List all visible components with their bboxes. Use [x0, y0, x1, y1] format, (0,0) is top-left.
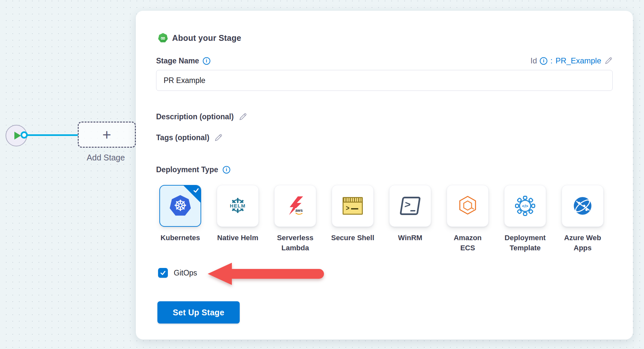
about-stage-panel: ∞ About your Stage Stage Name i Id i : P…: [136, 11, 633, 340]
deployment-option-label: Serverless Lambda: [271, 233, 320, 253]
stage-id-label: Id: [530, 56, 537, 65]
panel-title: About your Stage: [172, 33, 241, 43]
deployment-option-label: Kubernetes: [156, 233, 205, 243]
cd-module-icon: ∞: [158, 33, 168, 43]
deployment-tile-azure-web-apps[interactable]: [562, 185, 604, 227]
deployment-option-label: Native Helm: [213, 233, 262, 243]
deployment-option-label: Deployment Template: [501, 233, 550, 253]
tags-label: Tags (optional): [156, 133, 209, 142]
pencil-icon: [238, 112, 247, 121]
winrm-icon: >: [400, 197, 421, 215]
deployment-type-label: Deployment Type: [156, 165, 218, 174]
stage-name-input[interactable]: [156, 70, 613, 91]
stage-connector-line: [27, 134, 78, 136]
underscore-mark: [410, 210, 415, 212]
add-stage-button[interactable]: +: [78, 122, 136, 148]
deployment-option-label: Secure Shell: [328, 233, 377, 243]
deployment-option-label: Amazon ECS: [443, 233, 492, 253]
deployment-option-winrm: > WinRM: [381, 185, 439, 243]
terminal-titlebar: [344, 198, 362, 203]
edit-tags-button[interactable]: [214, 133, 223, 142]
pencil-icon: [214, 133, 223, 142]
azure-web-apps-icon: [572, 195, 593, 216]
gitops-checkbox[interactable]: [158, 268, 168, 278]
deployment-option-label: WinRM: [386, 233, 435, 243]
stage-name-info-icon[interactable]: i: [203, 57, 210, 65]
arrow-head: [208, 263, 232, 285]
svg-text:</>: </>: [522, 204, 528, 208]
gitops-label: GitOps: [174, 269, 197, 277]
check-icon: [193, 187, 200, 194]
secure-shell-icon: >: [343, 197, 363, 215]
deployment-tile-winrm[interactable]: >: [389, 185, 431, 227]
deployment-option-azure-web-apps: Azure Web Apps: [554, 185, 611, 253]
connector-port-dot: [21, 131, 28, 139]
cursor-dash: [351, 208, 358, 209]
stage-id-info-icon[interactable]: i: [540, 57, 547, 65]
stage-id-separator: :: [550, 56, 553, 65]
deployment-tile-serverless-lambda[interactable]: aws: [274, 185, 316, 227]
panel-header: ∞ About your Stage: [158, 33, 613, 43]
deployment-option-kubernetes: ☸ Kubernetes: [152, 185, 209, 243]
check-icon: [160, 270, 166, 276]
deployment-option-native-helm: ☸ HELM Native Helm: [209, 185, 266, 243]
play-icon: [14, 132, 21, 140]
deployment-tile-amazon-ecs[interactable]: [447, 185, 489, 227]
helm-icon: ☸ HELM: [227, 196, 248, 216]
deployment-option-secure-shell: > Secure Shell: [324, 185, 381, 243]
amazon-ecs-icon: [457, 195, 478, 216]
deployment-option-deployment-template: </> Deployment Template: [496, 185, 554, 253]
description-label: Description (optional): [156, 112, 234, 121]
deployment-option-label: Azure Web Apps: [558, 233, 607, 253]
deployment-option-serverless-lambda: aws Serverless Lambda: [266, 185, 324, 253]
edit-id-button[interactable]: [604, 57, 613, 65]
svg-text:aws: aws: [295, 208, 303, 213]
stage-name-label: Stage Name: [156, 57, 199, 65]
deployment-tile-kubernetes[interactable]: ☸: [159, 185, 201, 227]
deployment-tile-deployment-template[interactable]: </>: [504, 185, 546, 227]
edit-description-button[interactable]: [238, 112, 247, 121]
arrow-body: [229, 269, 324, 279]
deployment-type-options: ☸ Kubernetes ☸ HELM Na: [152, 185, 613, 253]
set-up-stage-button[interactable]: Set Up Stage: [157, 301, 240, 324]
serverless-lambda-icon: aws: [285, 195, 306, 216]
deployment-tile-native-helm[interactable]: ☸ HELM: [217, 185, 259, 227]
stage-id-row: Id i : PR_Example: [530, 56, 613, 65]
pencil-icon: [604, 57, 613, 65]
annotation-arrow: [208, 263, 324, 285]
stage-name-label-row: Stage Name i: [156, 57, 210, 65]
deployment-template-icon: </>: [514, 195, 536, 217]
deployment-option-amazon-ecs: Amazon ECS: [439, 185, 496, 253]
deployment-type-info-icon[interactable]: i: [223, 166, 230, 174]
add-stage-label: Add Stage: [74, 153, 137, 162]
stage-id-value: PR_Example: [555, 56, 601, 65]
pipeline-canvas: + Add Stage ∞ About your Stage Stage Nam…: [0, 0, 644, 349]
kubernetes-icon: ☸: [169, 195, 191, 217]
deployment-tile-secure-shell[interactable]: >: [332, 185, 374, 227]
